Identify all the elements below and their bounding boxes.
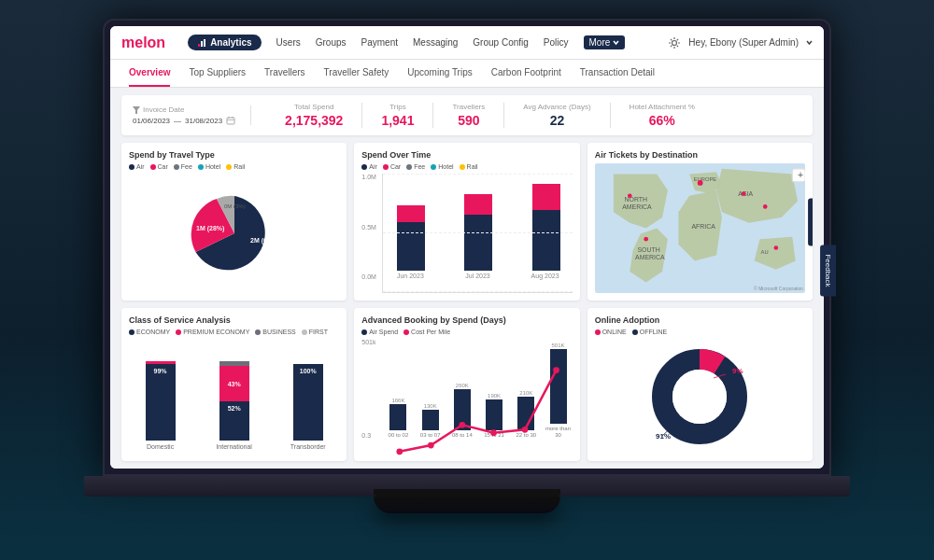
date-from: 01/06/2023: [133, 117, 170, 125]
spend-legend: Air Car Fee Hotel Rail: [129, 163, 339, 170]
chart-spend-travel-type: Spend by Travel Type Air Car Fee Hotel R…: [121, 143, 347, 301]
user-label[interactable]: Hey, Ebony (Super Admin): [688, 37, 799, 48]
subnav-travellers[interactable]: Travellers: [264, 60, 305, 87]
svg-text:EUROPE: EUROPE: [693, 176, 716, 182]
svg-rect-5: [227, 118, 234, 124]
adv-bar-2230: 210K 22 to 30: [512, 390, 540, 439]
adv-bar-0814: 260K 08 to 14: [448, 383, 476, 439]
subnav-overview[interactable]: Overview: [129, 60, 170, 87]
donut-chart: 9% 91%: [595, 339, 805, 454]
chevron-down-icon: [613, 39, 619, 46]
nav-messaging[interactable]: Messaging: [413, 37, 458, 48]
nav-users[interactable]: Users: [276, 37, 301, 48]
svg-point-37: [672, 370, 727, 424]
adv-bar-1521: 190K 15 to 21: [480, 393, 508, 439]
subnav-transaction-detail[interactable]: Transaction Detail: [580, 60, 655, 87]
adv-bar-more30: 501K more than 30: [544, 343, 572, 439]
gear-icon[interactable]: [668, 36, 681, 49]
nav-right: Hey, Ebony (Super Admin): [668, 36, 813, 49]
svg-text:SOUTH: SOUTH: [637, 246, 659, 253]
subnav-traveller-safety[interactable]: Traveller Safety: [324, 60, 389, 87]
subnav-top-suppliers[interactable]: Top Suppliers: [189, 60, 246, 87]
chart-advanced-booking: Advanced Booking by Spend (Days) Air Spe…: [354, 308, 579, 461]
chart-class-service: Class of Service Analysis ECONOMY PREMIU…: [121, 308, 347, 461]
svg-text:2M (69%): 2M (69%): [250, 237, 278, 245]
chart-online-adoption: Online Adoption ONLINE OFFLINE: [587, 308, 813, 461]
stat-total-spend: Total Spend 2,175,392: [266, 103, 362, 128]
charts-row-2: Class of Service Analysis ECONOMY PREMIU…: [121, 308, 813, 461]
svg-point-26: [773, 245, 778, 250]
svg-text:AU: AU: [760, 249, 768, 255]
analytics-icon: [197, 38, 206, 48]
bar-jul: Jul 2023: [450, 194, 504, 279]
oa-legend: ONLINE OFFLINE: [595, 329, 805, 335]
stat-hotel-attachment: Hotel Attachment % 66%: [611, 103, 714, 128]
bar-aug: Aug 2023: [518, 184, 573, 279]
svg-point-23: [697, 180, 702, 186]
svg-point-30: [428, 442, 434, 449]
main-content: Invoice Date 01/06/2023 — 31/08/2023: [110, 88, 824, 469]
adv-bar-0002: 166K 00 to 02: [384, 398, 412, 439]
svg-point-21: [628, 193, 632, 198]
nav-payment[interactable]: Payment: [361, 37, 398, 48]
svg-text:AMERICA: AMERICA: [622, 203, 652, 210]
svg-point-25: [763, 204, 768, 209]
feedback-tab[interactable]: Feedback: [808, 198, 813, 245]
pie-chart: 2M (69%) 1M (28%) 0M (3%): [129, 174, 339, 293]
svg-point-24: [741, 191, 745, 196]
svg-rect-0: [198, 44, 200, 47]
svg-rect-2: [204, 39, 205, 47]
svg-text:AMERICA: AMERICA: [635, 254, 665, 260]
subnav-carbon-footprint[interactable]: Carbon Footprint: [491, 60, 561, 87]
cos-bars: 99% Domestic 52%: [129, 339, 339, 454]
analytics-nav-btn[interactable]: Analytics: [188, 35, 261, 50]
laptop-stand: [374, 497, 560, 513]
svg-rect-1: [201, 41, 203, 47]
brand-logo: melon: [121, 35, 165, 51]
svg-text:1M (28%): 1M (28%): [196, 225, 224, 232]
calendar-icon: [226, 116, 235, 125]
svg-point-3: [672, 40, 677, 45]
chart-spend-over-time: Spend Over Time Air Car Fee Hotel Rail 1…: [354, 143, 579, 301]
svg-point-22: [644, 237, 648, 242]
feedback-side-tab[interactable]: Feedback: [820, 245, 836, 296]
sot-legend: Air Car Fee Hotel Rail: [361, 163, 572, 170]
charts-row-1: Spend by Travel Type Air Car Fee Hotel R…: [121, 143, 813, 301]
nav-groups[interactable]: Groups: [316, 37, 347, 48]
laptop-base: [84, 476, 850, 497]
svg-text:0M (3%): 0M (3%): [224, 203, 246, 209]
subnav-upcoming-trips[interactable]: Upcoming Trips: [407, 60, 472, 87]
date-to: 31/08/2023: [185, 117, 222, 125]
cos-legend: ECONOMY PREMIUM ECONOMY BUSINESS FIRST: [129, 329, 339, 335]
sub-nav: Overview Top Suppliers Travellers Travel…: [110, 60, 824, 88]
svg-text:AFRICA: AFRICA: [691, 223, 715, 230]
nav-more-btn[interactable]: More: [584, 35, 626, 49]
top-nav: melon Analytics Users Groups Payment Mes…: [110, 26, 824, 60]
svg-text:+: +: [798, 170, 803, 180]
nav-policy[interactable]: Policy: [544, 37, 569, 48]
filter-icon: [133, 106, 140, 114]
svg-marker-4: [133, 106, 140, 114]
stat-trips: Trips 1,941: [362, 103, 433, 128]
stat-travellers: Travellers 590: [433, 103, 504, 128]
cos-domestic: 99% Domestic: [129, 361, 191, 450]
svg-point-29: [397, 449, 403, 455]
bar-jun: Jun 2023: [383, 205, 437, 279]
stats-row: Invoice Date 01/06/2023 — 31/08/2023: [121, 95, 813, 135]
user-chevron-icon: [806, 39, 813, 46]
svg-text:9%: 9%: [732, 367, 743, 375]
cos-international: 52% 43% International: [203, 361, 265, 450]
nav-groupconfig[interactable]: Group Config: [473, 37, 528, 48]
adv-legend: Air Spend Cost Per Mile: [361, 329, 572, 335]
adv-bar-0307: 130K 03 to 07: [417, 403, 445, 439]
cos-transborder: 100% Transborder: [276, 364, 339, 450]
chart-air-tickets: Air Tickets by Destination: [587, 143, 813, 301]
date-filter[interactable]: Invoice Date 01/06/2023 — 31/08/2023: [133, 105, 251, 125]
stat-avg-advance: Avg Advance (Days) 22: [504, 103, 610, 128]
svg-text:91%: 91%: [656, 432, 671, 441]
map-visualization: NORTH AMERICA SOUTH AMERICA AFRICA ASIA …: [595, 163, 805, 293]
